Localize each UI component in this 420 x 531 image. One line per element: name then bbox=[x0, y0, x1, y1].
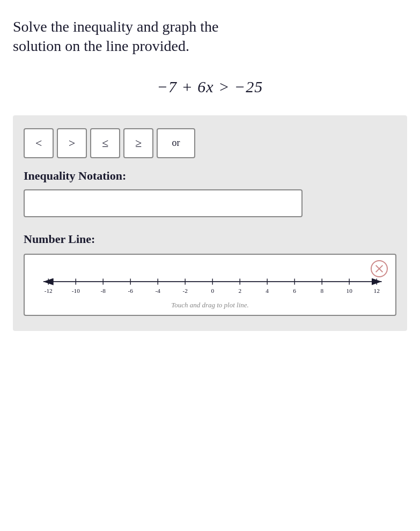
less-equal-button[interactable]: ≤ bbox=[90, 128, 120, 158]
number-line-box[interactable]: -12 -10 -8 -6 -4 -2 bbox=[24, 254, 396, 316]
svg-text:-12: -12 bbox=[45, 287, 53, 294]
svg-text:4: 4 bbox=[266, 287, 269, 294]
clear-icon[interactable] bbox=[371, 260, 388, 277]
svg-text:0: 0 bbox=[211, 287, 214, 294]
number-line-label: Number Line: bbox=[24, 232, 396, 246]
or-button[interactable]: or bbox=[157, 128, 195, 158]
greater-than-button[interactable]: > bbox=[57, 128, 87, 158]
svg-text:-10: -10 bbox=[72, 287, 80, 294]
svg-text:-4: -4 bbox=[156, 287, 161, 294]
svg-text:12: 12 bbox=[374, 287, 380, 294]
svg-text:-2: -2 bbox=[182, 287, 188, 294]
svg-text:6: 6 bbox=[293, 287, 296, 294]
answer-box: < > ≤ ≥ or Inequality Notation: Number L… bbox=[13, 115, 407, 331]
problem-title: Solve the inequality and graph the solut… bbox=[13, 17, 407, 56]
symbol-buttons: < > ≤ ≥ or bbox=[24, 128, 396, 158]
touch-hint: Touch and drag to plot line. bbox=[33, 301, 387, 309]
greater-equal-button[interactable]: ≥ bbox=[123, 128, 153, 158]
svg-text:10: 10 bbox=[347, 287, 353, 294]
page-container: Solve the inequality and graph the solut… bbox=[0, 0, 420, 344]
equation-display: −7 + 6x > −25 bbox=[13, 78, 407, 96]
svg-text:-8: -8 bbox=[100, 287, 106, 294]
number-line-svg: -12 -10 -8 -6 -4 -2 bbox=[33, 267, 387, 299]
svg-text:-6: -6 bbox=[128, 287, 134, 294]
svg-text:8: 8 bbox=[320, 287, 323, 294]
svg-text:2: 2 bbox=[238, 287, 241, 294]
less-than-button[interactable]: < bbox=[24, 128, 54, 158]
title-line2: solution on the line provided. bbox=[13, 38, 189, 54]
title-line1: Solve the inequality and graph the bbox=[13, 18, 218, 35]
inequality-notation-input[interactable] bbox=[24, 189, 303, 217]
inequality-notation-label: Inequality Notation: bbox=[24, 169, 396, 183]
